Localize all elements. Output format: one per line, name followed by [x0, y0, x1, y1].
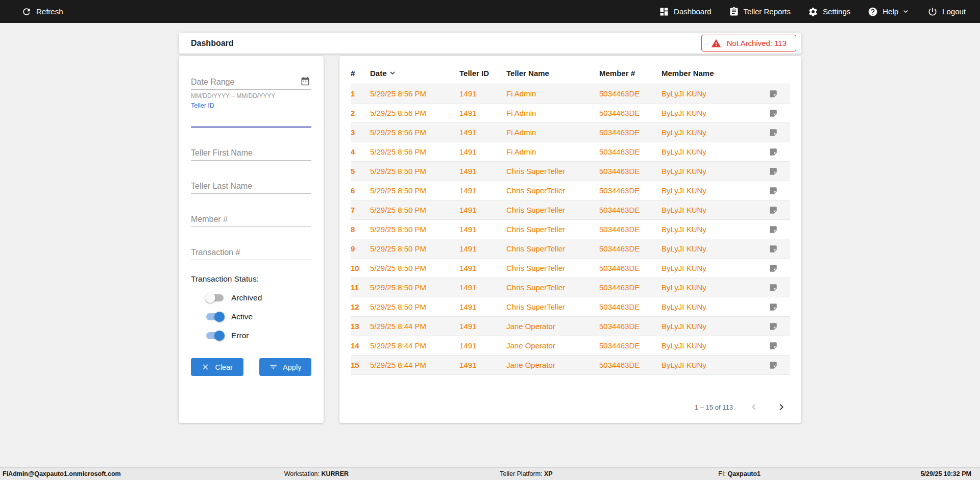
toggle-active[interactable]: Active: [206, 311, 311, 323]
table-row[interactable]: 5 5/29/25 8:50 PM 1491 Chris SuperTeller…: [351, 162, 790, 181]
not-archived-badge[interactable]: Not Archived: 113: [701, 35, 796, 52]
row-member-number: 5034463DE: [599, 356, 662, 375]
nav-help[interactable]: Help: [868, 7, 910, 17]
row-date: 5/29/25 8:50 PM: [370, 200, 459, 220]
member-number-input[interactable]: [191, 212, 311, 227]
footer-platform-value: XP: [544, 470, 553, 477]
note-icon[interactable]: [769, 206, 778, 215]
refresh-button[interactable]: Refresh: [21, 7, 63, 17]
note-icon[interactable]: [769, 225, 778, 234]
active-switch[interactable]: [206, 313, 224, 320]
table-row[interactable]: 13 5/29/25 8:44 PM 1491 Jane Operator 50…: [351, 317, 790, 336]
table-row[interactable]: 15 5/29/25 8:44 PM 1491 Jane Operator 50…: [351, 356, 790, 375]
col-header-date[interactable]: Date: [370, 65, 459, 84]
note-icon[interactable]: [769, 244, 778, 254]
table-row[interactable]: 14 5/29/25 8:44 PM 1491 Jane Operator 50…: [351, 336, 790, 356]
main-content: Dashboard Not Archived: 113 MM/DD/YYYY –…: [179, 33, 801, 423]
previous-page-button[interactable]: [747, 400, 761, 414]
error-switch[interactable]: [206, 332, 224, 339]
active-toggle-label: Active: [231, 312, 253, 321]
table-row[interactable]: 8 5/29/25 8:50 PM 1491 Chris SuperTeller…: [351, 220, 790, 239]
nav-dashboard-label: Dashboard: [674, 7, 711, 16]
teller-last-name-input[interactable]: [191, 179, 311, 194]
footer-workstation: Workstation: KURRER: [284, 468, 349, 480]
date-range-input[interactable]: [191, 74, 311, 90]
row-number: 9: [351, 239, 370, 259]
row-teller-name: Chris SuperTeller: [506, 220, 599, 239]
table-row[interactable]: 10 5/29/25 8:50 PM 1491 Chris SuperTelle…: [351, 259, 790, 278]
row-date: 5/29/25 8:50 PM: [370, 239, 459, 259]
clear-button-label: Clear: [215, 363, 233, 371]
table-row[interactable]: 3 5/29/25 8:56 PM 1491 Fi Admin 5034463D…: [351, 123, 790, 142]
calendar-icon[interactable]: [300, 76, 311, 87]
archived-toggle-label: Archived: [231, 293, 262, 302]
nav-teller-reports[interactable]: Teller Reports: [729, 7, 791, 17]
row-date: 5/29/25 8:44 PM: [370, 336, 459, 356]
row-member-number: 5034463DE: [599, 200, 662, 220]
col-header-member-num[interactable]: Member #: [599, 65, 662, 84]
archived-switch[interactable]: [206, 294, 224, 301]
help-icon: [868, 7, 878, 17]
next-page-button[interactable]: [775, 400, 788, 414]
nav-logout[interactable]: Logout: [927, 7, 966, 17]
nav-settings[interactable]: Settings: [808, 7, 850, 17]
note-icon[interactable]: [769, 264, 778, 273]
nav-dashboard[interactable]: Dashboard: [659, 7, 711, 17]
clear-button[interactable]: Clear: [191, 358, 243, 376]
teller-first-name-input[interactable]: [191, 145, 311, 161]
row-teller-id: 1491: [459, 356, 506, 375]
note-icon[interactable]: [769, 361, 778, 370]
table-row[interactable]: 9 5/29/25 8:50 PM 1491 Chris SuperTeller…: [351, 239, 790, 259]
note-icon[interactable]: [769, 89, 778, 98]
row-date: 5/29/25 8:56 PM: [370, 104, 459, 123]
close-icon: [201, 363, 210, 371]
col-header-member-name[interactable]: Member Name: [662, 65, 760, 84]
note-icon[interactable]: [769, 302, 778, 312]
row-number: 4: [351, 142, 370, 162]
nav-logout-label: Logout: [942, 7, 966, 16]
table-row[interactable]: 11 5/29/25 8:50 PM 1491 Chris SuperTelle…: [351, 278, 790, 297]
row-number: 1: [351, 84, 370, 104]
apply-button[interactable]: Apply: [259, 358, 312, 376]
table-row[interactable]: 7 5/29/25 8:50 PM 1491 Chris SuperTeller…: [351, 200, 790, 220]
transaction-number-input[interactable]: [191, 245, 311, 260]
pagination-range: 1 – 15 of 113: [695, 403, 733, 411]
col-header-teller-name[interactable]: Teller Name: [506, 65, 599, 84]
nav-settings-label: Settings: [823, 7, 850, 16]
table-row[interactable]: 4 5/29/25 8:56 PM 1491 Fi Admin 5034463D…: [351, 142, 790, 162]
toggle-error[interactable]: Error: [206, 330, 311, 342]
row-date: 5/29/25 8:50 PM: [370, 162, 459, 181]
row-member-number: 5034463DE: [599, 317, 662, 336]
row-teller-name: Chris SuperTeller: [506, 181, 599, 200]
row-member-name: ByLyJI KUNy: [662, 200, 760, 220]
row-teller-name: Chris SuperTeller: [506, 162, 599, 181]
table-row[interactable]: 1 5/29/25 8:56 PM 1491 Fi Admin 5034463D…: [351, 84, 790, 104]
table-row[interactable]: 2 5/29/25 8:56 PM 1491 Fi Admin 5034463D…: [351, 104, 790, 123]
note-icon[interactable]: [769, 167, 778, 176]
row-member-name: ByLyJI KUNy: [662, 220, 760, 239]
teller-id-input[interactable]: [191, 109, 311, 128]
note-icon[interactable]: [769, 341, 778, 350]
note-icon[interactable]: [769, 147, 778, 157]
row-teller-id: 1491: [459, 220, 506, 239]
col-header-num[interactable]: #: [351, 65, 370, 84]
note-icon[interactable]: [769, 186, 778, 195]
row-teller-name: Fi Admin: [506, 123, 599, 142]
note-icon[interactable]: [769, 283, 778, 292]
note-icon[interactable]: [769, 322, 778, 331]
row-member-number: 5034463DE: [599, 84, 662, 104]
note-icon[interactable]: [769, 128, 778, 137]
row-teller-id: 1491: [459, 239, 506, 259]
member-number-field: [191, 212, 311, 227]
note-icon[interactable]: [769, 109, 778, 118]
col-header-teller-id[interactable]: Teller ID: [459, 65, 506, 84]
table-row[interactable]: 6 5/29/25 8:50 PM 1491 Chris SuperTeller…: [351, 181, 790, 200]
table-row[interactable]: 12 5/29/25 8:50 PM 1491 Chris SuperTelle…: [351, 297, 790, 317]
dashboard-icon: [659, 7, 669, 17]
toggle-archived[interactable]: Archived: [206, 292, 311, 304]
row-number: 2: [351, 104, 370, 123]
page-title: Dashboard: [191, 39, 234, 48]
row-teller-id: 1491: [459, 104, 506, 123]
power-icon: [927, 7, 938, 17]
top-navigation-bar: Refresh Dashboard Teller Reports Setting…: [0, 0, 980, 23]
